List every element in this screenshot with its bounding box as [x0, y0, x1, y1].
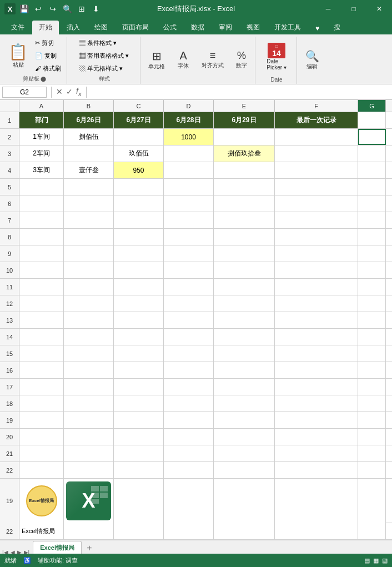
- undo-button[interactable]: ↩: [32, 3, 44, 15]
- cell-a22[interactable]: [19, 462, 64, 478]
- cell-b2[interactable]: 捌佰伍: [64, 129, 114, 145]
- cell-e18[interactable]: [214, 395, 275, 412]
- cell-d5[interactable]: [164, 179, 214, 195]
- col-header-f[interactable]: F: [275, 100, 358, 112]
- tab-heart[interactable]: ♥: [309, 22, 326, 34]
- cell-b20[interactable]: [64, 429, 114, 445]
- formula-cancel-icon[interactable]: ✕: [56, 87, 63, 96]
- cell-e5[interactable]: [214, 179, 275, 195]
- cell-a17[interactable]: [19, 379, 64, 395]
- cell-a12[interactable]: [19, 295, 64, 312]
- cell-g5[interactable]: [358, 179, 386, 195]
- cell-e6[interactable]: [214, 195, 275, 212]
- cell-g8[interactable]: [358, 229, 386, 245]
- cell-d13[interactable]: [164, 312, 214, 328]
- table-format-button[interactable]: ▦ 套用表格格式 ▾: [77, 51, 131, 61]
- cell-a14[interactable]: [19, 329, 64, 345]
- cell-c5[interactable]: [114, 179, 164, 195]
- cell-f14[interactable]: [275, 329, 358, 345]
- cell-g16[interactable]: [358, 362, 386, 378]
- formula-insert-icon[interactable]: fx: [76, 87, 82, 97]
- cell-f11[interactable]: [275, 279, 358, 295]
- cell-b19[interactable]: [64, 412, 114, 428]
- cell-a4[interactable]: 3车间: [19, 162, 64, 178]
- cell-f17[interactable]: [275, 379, 358, 395]
- cell-e10[interactable]: [214, 262, 275, 278]
- cell-b15[interactable]: [64, 345, 114, 362]
- tab-home[interactable]: 开始: [32, 21, 59, 34]
- cell-a18[interactable]: [19, 395, 64, 412]
- cell-f5[interactable]: [275, 179, 358, 195]
- tab-formulas[interactable]: 公式: [157, 21, 183, 34]
- cell-e19[interactable]: [214, 412, 275, 428]
- cell-f19[interactable]: [275, 412, 358, 428]
- cell-e8[interactable]: [214, 229, 275, 245]
- tab-file[interactable]: 文件: [4, 21, 31, 34]
- status-assist-text[interactable]: 辅助功能: 调查: [38, 556, 78, 565]
- cell-a15[interactable]: [19, 345, 64, 362]
- cell-f22[interactable]: [275, 462, 358, 478]
- cell-e1[interactable]: 6月29日: [214, 112, 275, 128]
- cell-a5[interactable]: [19, 179, 64, 195]
- cell-d21[interactable]: [164, 445, 214, 461]
- tab-developer[interactable]: 开发工具: [268, 21, 308, 34]
- cell-g17[interactable]: [358, 379, 386, 395]
- cell-g12[interactable]: [358, 295, 386, 312]
- cell-g11[interactable]: [358, 279, 386, 295]
- cell-g22[interactable]: [358, 462, 386, 478]
- cell-c6[interactable]: [114, 195, 164, 212]
- cell-d10[interactable]: [164, 262, 214, 278]
- cell-g10[interactable]: [358, 262, 386, 278]
- cell-a13[interactable]: [19, 312, 64, 328]
- cell-d16[interactable]: [164, 362, 214, 378]
- cell-c16[interactable]: [114, 362, 164, 378]
- cell-d2[interactable]: 1000: [164, 129, 214, 145]
- paste-button[interactable]: 📋 粘贴: [6, 39, 31, 73]
- cell-a19[interactable]: [19, 412, 64, 428]
- cell-a7[interactable]: [19, 212, 64, 228]
- cell-e7[interactable]: [214, 212, 275, 228]
- cell-e22[interactable]: [214, 462, 275, 478]
- redo-button[interactable]: ↪: [47, 3, 59, 15]
- cell-d12[interactable]: [164, 295, 214, 312]
- cell-f18[interactable]: [275, 395, 358, 412]
- cell-b5[interactable]: [64, 179, 114, 195]
- cell-a16[interactable]: [19, 362, 64, 378]
- more-qa-button[interactable]: ⬇: [90, 3, 102, 15]
- cell-d17[interactable]: [164, 379, 214, 395]
- cell-b6[interactable]: [64, 195, 114, 212]
- cell-f4[interactable]: [275, 162, 358, 178]
- datepicker-button[interactable]: □ 14 DatePicker ▾: [260, 40, 293, 73]
- cell-g1[interactable]: [358, 112, 386, 128]
- cell-label[interactable]: Excel情报局: [19, 523, 64, 539]
- cell-d11[interactable]: [164, 279, 214, 295]
- cell-d15[interactable]: [164, 345, 214, 362]
- cell-d9[interactable]: [164, 245, 214, 262]
- page-break-view-button[interactable]: ▧: [382, 557, 388, 564]
- cell-d14[interactable]: [164, 329, 214, 345]
- cell-g13[interactable]: [358, 312, 386, 328]
- cut-button[interactable]: ✂ 剪切: [33, 38, 63, 48]
- cell-f1[interactable]: 最后一次记录: [275, 112, 358, 128]
- cell-g9[interactable]: [358, 245, 386, 262]
- cell-g3[interactable]: [358, 145, 386, 162]
- cell-f13[interactable]: [275, 312, 358, 328]
- cell-c4[interactable]: 950: [114, 162, 164, 178]
- cell-c18[interactable]: [114, 395, 164, 412]
- cell-e15[interactable]: [214, 345, 275, 362]
- cell-c14[interactable]: [114, 329, 164, 345]
- cell-e14[interactable]: [214, 329, 275, 345]
- cell-g6[interactable]: [358, 195, 386, 212]
- cell-g2[interactable]: [358, 129, 386, 145]
- close-button[interactable]: ✕: [366, 0, 392, 18]
- minimize-button[interactable]: ─: [315, 0, 341, 18]
- cell-g15[interactable]: [358, 345, 386, 362]
- cell-e20[interactable]: [214, 429, 275, 445]
- cell-f16[interactable]: [275, 362, 358, 378]
- tab-insert[interactable]: 插入: [60, 21, 87, 34]
- page-layout-view-button[interactable]: ▦: [373, 557, 379, 564]
- cell-a1[interactable]: 部门: [19, 112, 64, 128]
- cell-d4[interactable]: [164, 162, 214, 178]
- cell-button[interactable]: ⊞ 单元格: [145, 43, 168, 77]
- cell-b16[interactable]: [64, 362, 114, 378]
